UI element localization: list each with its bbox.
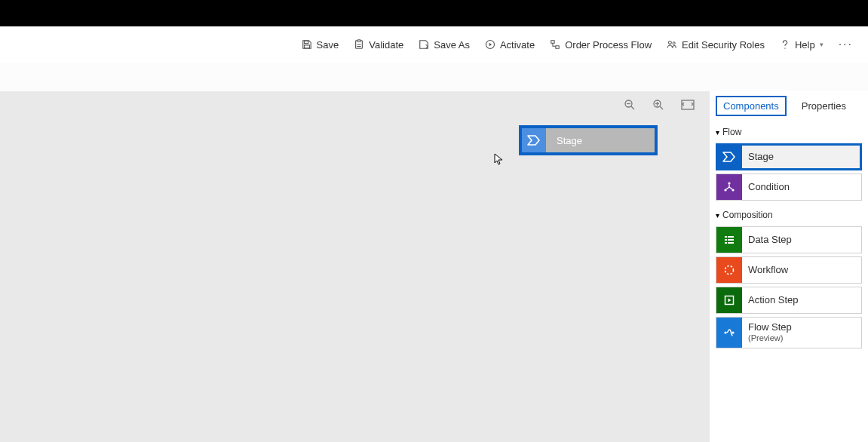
process-button[interactable]: Order Process Flow [542,35,659,55]
panel-tabs: Components Properties [710,91,868,121]
zoom-controls [624,99,695,111]
right-panel: Components Properties ▾ Flow Stage Condi… [710,91,868,442]
svg-rect-25 [728,242,734,244]
tile-condition-label: Condition [742,182,790,193]
save-label: Save [317,39,339,51]
collapse-icon: ▾ [716,128,719,137]
more-button[interactable]: ··· [831,33,860,56]
flow-icon [550,39,560,50]
tile-flowstep[interactable]: Flow Step (Preview) [716,317,862,348]
tile-actionstep-label: Action Step [742,295,799,306]
collapse-icon: ▾ [716,211,719,219]
activate-button[interactable]: Activate [477,35,542,55]
people-icon [667,39,677,50]
svg-rect-0 [304,41,308,44]
saveas-label: Save As [434,39,470,51]
group-composition[interactable]: ▾ Composition [710,204,868,223]
svg-point-8 [673,42,675,45]
help-button[interactable]: Help ▾ [772,35,831,55]
save-icon [302,39,312,50]
process-label: Order Process Flow [565,39,652,51]
tab-properties[interactable]: Properties [796,97,852,115]
branch-icon [716,174,742,200]
canvas[interactable]: Stage [0,91,710,442]
svg-point-28 [724,331,726,333]
svg-point-26 [725,266,734,275]
sub-command-bar [0,63,868,91]
svg-rect-6 [556,46,559,49]
dragged-stage-tile[interactable]: Stage [519,125,658,155]
tile-stage[interactable]: Stage [716,143,862,170]
fit-screen-button[interactable] [681,100,695,110]
svg-line-13 [660,106,663,109]
list-icon [716,227,742,253]
svg-point-17 [728,182,730,184]
stage-icon [716,144,742,170]
tile-datastep[interactable]: Data Step [716,226,862,253]
svg-rect-24 [725,242,727,244]
group-composition-label: Composition [722,210,773,220]
svg-line-10 [631,106,634,109]
saveas-icon [419,39,429,50]
svg-rect-20 [725,236,727,238]
saveas-button[interactable]: Save As [411,35,477,55]
svg-point-29 [732,331,734,333]
svg-rect-23 [728,239,734,241]
help-icon [780,39,790,50]
tile-stage-label: Stage [742,152,774,163]
svg-rect-3 [357,40,360,42]
tab-components[interactable]: Components [716,96,787,116]
tile-workflow-label: Workflow [742,265,788,276]
chevron-down-icon: ▾ [820,41,824,48]
activate-label: Activate [500,39,535,51]
group-flow[interactable]: ▾ Flow [710,121,868,140]
svg-rect-21 [728,236,734,238]
dragged-stage-label: Stage [546,135,582,146]
security-button[interactable]: Edit Security Roles [659,35,772,55]
validate-button[interactable]: Validate [346,35,411,55]
clipboard-icon [354,39,364,50]
tile-workflow[interactable]: Workflow [716,256,862,284]
play-square-icon [716,287,742,313]
help-label: Help [795,39,815,51]
flowstep-icon [716,318,742,348]
tile-actionstep[interactable]: Action Step [716,287,862,314]
cursor-icon [494,153,503,165]
svg-rect-1 [304,45,309,48]
command-bar: Save Validate Save As Activate Order Pro… [0,26,868,63]
svg-point-7 [669,41,672,44]
svg-rect-22 [725,239,727,241]
gear-dashed-icon [716,257,742,283]
validate-label: Validate [369,39,403,51]
svg-rect-5 [551,41,554,44]
save-button[interactable]: Save [294,35,347,55]
zoom-out-button[interactable] [624,99,636,111]
title-bar-black [0,0,868,26]
tile-datastep-label: Data Step [742,235,792,246]
group-flow-label: Flow [722,127,741,137]
tile-flowstep-label: Flow Step (Preview) [742,322,792,343]
security-label: Edit Security Roles [682,39,765,51]
stage-icon [522,128,546,152]
tile-condition[interactable]: Condition [716,173,862,201]
play-circle-icon [485,39,495,50]
zoom-in-button[interactable] [652,99,664,111]
